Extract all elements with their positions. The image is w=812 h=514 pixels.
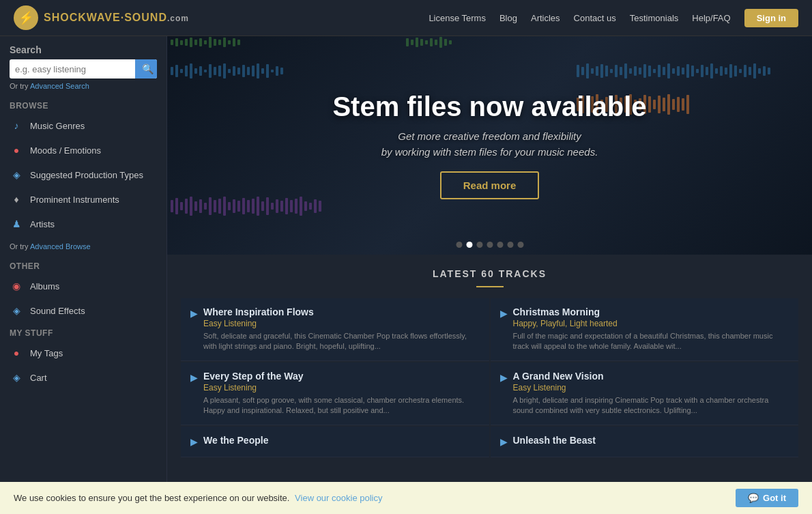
slide-dot-7[interactable] — [517, 242, 523, 248]
svg-rect-127 — [233, 199, 235, 213]
svg-rect-43 — [257, 63, 259, 78]
svg-rect-55 — [605, 66, 608, 76]
svg-rect-22 — [439, 37, 442, 48]
sidebar-item-moods[interactable]: ● Moods / Emotions — [0, 138, 166, 162]
svg-rect-3 — [185, 39, 188, 46]
svg-rect-131 — [252, 199, 255, 214]
svg-rect-137 — [280, 201, 283, 212]
svg-rect-123 — [214, 200, 216, 212]
nav-articles[interactable]: Articles — [531, 13, 560, 23]
track-info-3: A Grand New Vision Easy Listening A brig… — [513, 371, 789, 416]
slide-dot-4[interactable] — [487, 242, 493, 248]
svg-rect-40 — [242, 65, 245, 77]
svg-rect-37 — [228, 69, 231, 73]
sidebar-item-albums[interactable]: ◉ Albums — [0, 274, 166, 298]
svg-rect-120 — [199, 199, 202, 213]
svg-rect-48 — [280, 68, 283, 74]
svg-rect-34 — [214, 67, 216, 75]
track-genre-2: Easy Listening — [203, 383, 480, 392]
search-label: Search — [10, 44, 157, 55]
nav-testimonials[interactable]: Testimonials — [630, 13, 679, 23]
svg-rect-76 — [706, 67, 708, 75]
svg-rect-60 — [629, 68, 632, 74]
advanced-browse-link[interactable]: Advanced Browse — [30, 242, 91, 251]
slide-dot-5[interactable] — [497, 242, 503, 248]
svg-rect-17 — [416, 38, 418, 47]
svg-rect-52 — [591, 68, 594, 74]
nav-contact[interactable]: Contact us — [574, 13, 616, 23]
moods-label: Moods / Emotions — [30, 145, 101, 156]
svg-rect-70 — [677, 66, 680, 76]
search-button[interactable]: 🔍 — [135, 59, 157, 78]
play-icon-4: ▶ — [190, 436, 198, 447]
sound-effects-label: Sound Effects — [30, 306, 85, 316]
svg-rect-65 — [653, 69, 656, 73]
artists-icon: ♟ — [10, 217, 23, 231]
svg-rect-57 — [615, 65, 618, 77]
svg-rect-1 — [175, 38, 178, 46]
sign-in-button[interactable]: Sign in — [744, 9, 798, 27]
nav-blog[interactable]: Blog — [499, 13, 517, 23]
cookie-text: We use cookies to ensure you get the bes… — [14, 493, 382, 503]
advanced-search-link[interactable]: Advanced Search — [30, 82, 89, 90]
svg-rect-63 — [643, 64, 646, 78]
svg-rect-143 — [309, 203, 312, 210]
moods-icon: ● — [10, 143, 23, 157]
header-nav: License Terms Blog Articles Contact us T… — [429, 9, 798, 27]
svg-rect-128 — [237, 201, 240, 212]
sidebar-item-instruments[interactable]: ♦ Prominent Instruments — [0, 187, 166, 212]
svg-rect-62 — [639, 68, 641, 74]
sidebar-item-sound-effects[interactable]: ◈ Sound Effects — [0, 298, 166, 323]
svg-rect-9 — [214, 39, 216, 46]
read-more-button[interactable]: Read more — [440, 171, 540, 199]
cookie-bar: We use cookies to ensure you get the bes… — [0, 482, 812, 514]
slide-dot-1[interactable] — [456, 242, 462, 248]
nav-help[interactable]: Help/FAQ — [692, 13, 730, 23]
track-item-0[interactable]: ▶ Where Inspiration Flows Easy Listening… — [181, 298, 489, 361]
track-item-1[interactable]: ▶ Christmas Morning Happy, Playful, Ligh… — [491, 298, 799, 361]
svg-rect-85 — [749, 67, 751, 75]
nav-license-terms[interactable]: License Terms — [429, 13, 486, 23]
latest-title: LATEST 60 TRACKS — [181, 268, 798, 279]
svg-rect-50 — [581, 67, 584, 75]
slide-dot-3[interactable] — [476, 242, 482, 248]
svg-rect-141 — [300, 197, 302, 216]
svg-rect-30 — [194, 68, 197, 74]
sidebar-item-production-types[interactable]: ◈ Suggested Production Types — [0, 162, 166, 187]
track-item-4[interactable]: ▶ We the People — [181, 427, 489, 457]
sidebar-item-cart[interactable]: ◈ Cart — [0, 365, 166, 390]
svg-rect-56 — [610, 69, 613, 73]
track-item-5[interactable]: ▶ Unleash the Beast — [491, 427, 799, 457]
track-name-1: Christmas Morning — [513, 306, 789, 317]
svg-rect-115 — [175, 198, 178, 214]
sidebar-item-artists[interactable]: ♟ Artists — [0, 212, 166, 236]
svg-rect-11 — [223, 38, 226, 47]
cart-icon: ◈ — [10, 371, 23, 384]
svg-rect-77 — [710, 63, 713, 78]
track-item-2[interactable]: ▶ Every Step of the Way Easy Listening A… — [181, 362, 489, 425]
albums-icon: ◉ — [10, 279, 23, 293]
slide-dot-6[interactable] — [507, 242, 513, 248]
svg-rect-136 — [276, 199, 278, 213]
header: ⚡ SHOCKWAVE·SOUND.com License Terms Blog… — [0, 0, 812, 36]
slide-dot-2[interactable] — [466, 242, 472, 248]
search-input[interactable] — [10, 60, 135, 78]
svg-rect-108 — [663, 98, 665, 111]
or-try-advanced-search: Or try Advanced Search — [10, 82, 157, 90]
cookie-policy-link[interactable]: View our cookie policy — [295, 493, 382, 503]
or-try-text: Or try — [10, 82, 30, 90]
track-desc-1: Full of the magic and expectation of a b… — [513, 331, 789, 352]
sidebar-item-music-genres[interactable]: ♪ Music Genres — [0, 113, 166, 138]
svg-rect-58 — [620, 67, 622, 75]
track-info-1: Christmas Morning Happy, Playful, Light … — [513, 306, 789, 352]
svg-rect-88 — [763, 66, 766, 76]
play-icon-0: ▶ — [190, 308, 198, 319]
svg-rect-79 — [720, 66, 723, 76]
sidebar-item-my-tags[interactable]: ● My Tags — [0, 341, 166, 365]
or-try-advanced-browse: Or try Advanced Browse — [0, 240, 166, 256]
cookie-ok-button[interactable]: 💬 Got it — [736, 489, 798, 507]
svg-rect-118 — [190, 197, 192, 216]
svg-rect-4 — [190, 38, 192, 47]
track-item-3[interactable]: ▶ A Grand New Vision Easy Listening A br… — [491, 362, 799, 425]
svg-rect-14 — [237, 40, 240, 45]
